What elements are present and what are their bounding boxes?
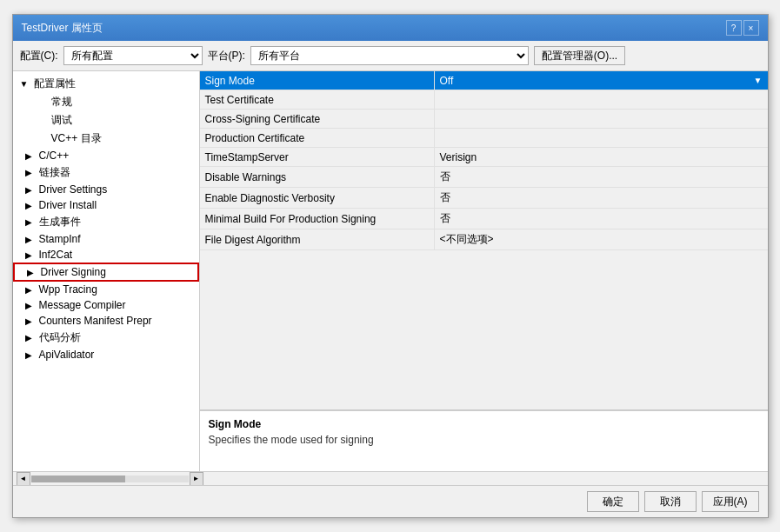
expand-icon: ▶ (25, 217, 37, 227)
prop-name-file-digest: File Digest Algorithm (200, 229, 435, 249)
tree-label-message-compiler: Message Compiler (39, 299, 126, 311)
scroll-right-button[interactable]: ► (190, 472, 203, 486)
tree-item-message-compiler[interactable]: ▶ Message Compiler (13, 297, 199, 313)
tree-item-inf2cat[interactable]: ▶ Inf2Cat (13, 247, 199, 263)
tree-item-build-events[interactable]: ▶ 生成事件 (13, 213, 199, 231)
prop-value-timestamp: Verisign (435, 148, 768, 166)
expand-icon: ▶ (25, 201, 37, 210)
right-panel: Sign Mode Off ▼ Test Certificate Cross-S… (200, 71, 768, 471)
config-select[interactable]: 所有配置 (63, 46, 203, 65)
prop-value-disable-warnings: 否 (435, 167, 768, 187)
config-manager-button[interactable]: 配置管理器(O)... (534, 46, 625, 65)
prop-row-cross-sign[interactable]: Cross-Signing Certificate (200, 110, 768, 129)
prop-value-prod-cert (435, 129, 768, 147)
tree-label-general: 常规 (51, 95, 72, 110)
tree-label-code-analysis: 代码分析 (39, 330, 81, 345)
scroll-track[interactable] (31, 475, 189, 482)
tree-item-debug[interactable]: 调试 (13, 111, 199, 130)
prop-value-file-digest: <不同选项> (435, 229, 768, 249)
title-bar-buttons: ? × (726, 20, 759, 36)
prop-name-sign-mode: Sign Mode (200, 71, 435, 90)
prop-row-disable-warnings[interactable]: Disable Warnings 否 (200, 167, 768, 188)
bottom-scrollbar-row: ◄ ► (13, 471, 768, 485)
expand-icon: ▶ (25, 185, 37, 195)
ok-button[interactable]: 确定 (587, 491, 639, 512)
prop-row-file-digest[interactable]: File Digest Algorithm <不同选项> (200, 229, 768, 250)
platform-label: 平台(P): (208, 49, 245, 63)
properties-dialog: TestDriver 属性页 ? × 配置(C): 所有配置 平台(P): 所有… (12, 14, 769, 518)
scroll-thumb (31, 475, 126, 482)
title-bar: TestDriver 属性页 ? × (13, 15, 768, 41)
tree-item-general[interactable]: 常规 (13, 93, 199, 111)
dialog-title: TestDriver 属性页 (22, 21, 103, 36)
tree-label-counters: Counters Manifest Prepr (39, 315, 152, 327)
tree-item-driver-signing[interactable]: ▶ Driver Signing (13, 263, 199, 282)
expand-icon: ▶ (27, 268, 39, 277)
scroll-left-button[interactable]: ◄ (17, 472, 30, 486)
prop-row-minimal-build[interactable]: Minimal Build For Production Signing 否 (200, 209, 768, 229)
tree-item-counters[interactable]: ▶ Counters Manifest Prepr (13, 313, 199, 329)
prop-name-timestamp: TimeStampServer (200, 148, 435, 166)
cancel-button[interactable]: 取消 (644, 491, 697, 512)
footer: 确定 取消 应用(A) (13, 485, 768, 517)
expand-icon: ▶ (25, 301, 37, 310)
prop-row-test-cert[interactable]: Test Certificate (200, 90, 768, 110)
tree-item-stampinf[interactable]: ▶ StampInf (13, 231, 199, 247)
tree-item-linker[interactable]: ▶ 链接器 (13, 163, 199, 182)
prop-name-diagnostic: Enable Diagnostic Verbosity (200, 188, 435, 208)
prop-value-minimal-build: 否 (435, 209, 768, 229)
prop-name-cross-sign: Cross-Signing Certificate (200, 110, 435, 128)
left-scrollbar: ◄ ► (17, 472, 203, 486)
prop-value-diagnostic: 否 (435, 188, 768, 208)
tree-label-driver-signing: Driver Signing (41, 266, 106, 278)
tree-label-driver-settings: Driver Settings (39, 183, 108, 196)
platform-select[interactable]: 所有平台 (250, 46, 529, 65)
tree-panel: ▼ 配置属性 常规 调试 VC++ 目录 ▶ (13, 71, 200, 471)
tree-label-build-events: 生成事件 (39, 215, 81, 229)
tree-item-driver-settings[interactable]: ▶ Driver Settings (13, 182, 199, 197)
prop-value-sign-mode: Off ▼ (435, 71, 768, 90)
prop-name-disable-warnings: Disable Warnings (200, 167, 435, 187)
description-panel: Sign Mode Specifies the mode used for si… (200, 410, 768, 471)
expand-icon: ▶ (25, 151, 37, 161)
tree-label-stampinf: StampInf (39, 233, 81, 245)
main-content: ▼ 配置属性 常规 调试 VC++ 目录 ▶ (13, 71, 768, 471)
description-text: Specifies the mode used for signing (209, 434, 759, 446)
tree-item-root[interactable]: ▼ 配置属性 (13, 75, 199, 93)
expand-icon: ▶ (25, 316, 37, 326)
tree-label-driver-install: Driver Install (39, 199, 97, 211)
expand-icon: ▶ (25, 333, 37, 342)
tree-item-vcpp[interactable]: VC++ 目录 (13, 130, 199, 148)
close-button[interactable]: × (743, 20, 759, 36)
expand-icon: ▶ (25, 285, 37, 295)
help-button[interactable]: ? (726, 20, 742, 36)
tree-item-driver-install[interactable]: ▶ Driver Install (13, 197, 199, 213)
prop-row-prod-cert[interactable]: Production Certificate (200, 129, 768, 148)
apply-button[interactable]: 应用(A) (702, 491, 759, 512)
dropdown-arrow-icon[interactable]: ▼ (754, 76, 763, 85)
tree-root-label: 配置属性 (34, 76, 76, 91)
tree-label-vcpp: VC++ 目录 (51, 131, 102, 146)
tree-item-api-validator[interactable]: ▶ ApiValidator (13, 347, 199, 362)
expand-icon: ▼ (20, 79, 32, 89)
tree-label-cpp: C/C++ (39, 150, 70, 162)
toolbar: 配置(C): 所有配置 平台(P): 所有平台 配置管理器(O)... (13, 41, 768, 71)
properties-grid: Sign Mode Off ▼ Test Certificate Cross-S… (200, 71, 768, 410)
expand-icon: ▶ (25, 250, 37, 260)
prop-value-cross-sign (435, 110, 768, 128)
tree-label-debug: 调试 (51, 113, 72, 128)
tree-item-wpp-tracing[interactable]: ▶ Wpp Tracing (13, 282, 199, 297)
prop-row-timestamp[interactable]: TimeStampServer Verisign (200, 148, 768, 167)
prop-value-test-cert (435, 90, 768, 109)
expand-icon: ▶ (25, 350, 37, 360)
tree-label-wpp-tracing: Wpp Tracing (39, 283, 97, 296)
tree-root: ▼ 配置属性 常规 调试 VC++ 目录 ▶ (13, 71, 199, 366)
tree-label-inf2cat: Inf2Cat (39, 249, 73, 261)
description-title: Sign Mode (209, 418, 759, 430)
prop-row-sign-mode[interactable]: Sign Mode Off ▼ (200, 71, 768, 90)
prop-row-diagnostic[interactable]: Enable Diagnostic Verbosity 否 (200, 188, 768, 209)
prop-name-minimal-build: Minimal Build For Production Signing (200, 209, 435, 229)
config-label: 配置(C): (20, 49, 58, 63)
tree-item-code-analysis[interactable]: ▶ 代码分析 (13, 329, 199, 347)
tree-item-cpp[interactable]: ▶ C/C++ (13, 148, 199, 163)
